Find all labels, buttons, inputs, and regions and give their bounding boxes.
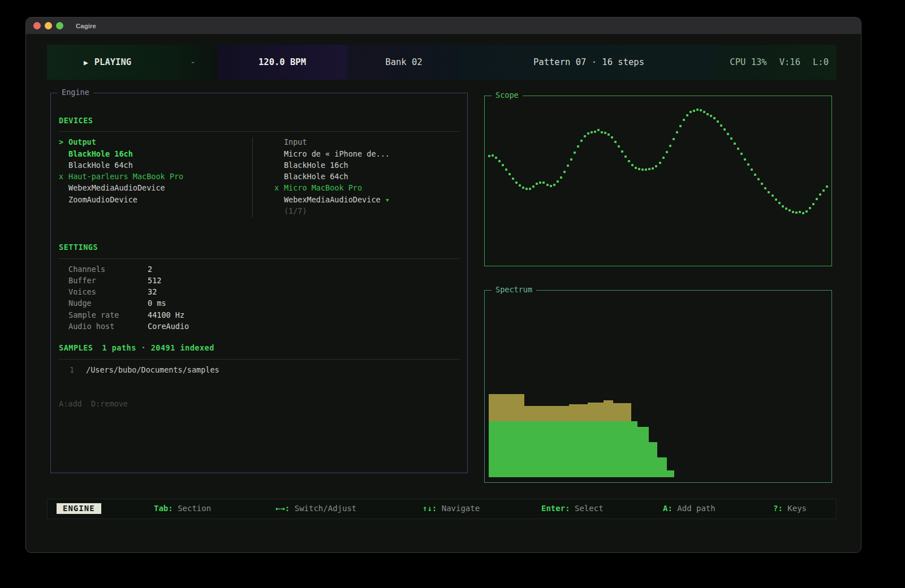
- spectrum-bars: [487, 297, 827, 477]
- transport-state-label: PLAYING: [94, 57, 131, 67]
- sample-path-value: /Users/bubo/Documents/samples: [86, 364, 219, 375]
- hint-select: Enter: Select: [541, 504, 604, 513]
- sample-path-row[interactable]: 1 /Users/bubo/Documents/samples: [59, 364, 459, 375]
- output-device-row[interactable]: BlackHole 64ch: [59, 159, 251, 171]
- active-device-marker: x: [59, 171, 68, 182]
- device-columns: >Output BlackHole 16ch BlackHole 64ch xH…: [59, 136, 459, 220]
- output-column-header[interactable]: >Output: [59, 136, 251, 148]
- input-column-header[interactable]: Input: [274, 136, 459, 148]
- output-device-row[interactable]: WebexMediaAudioDevice: [59, 182, 251, 193]
- pattern-display[interactable]: Pattern 07 · 16 steps: [461, 45, 717, 80]
- hint-switch-adjust: ←→: Switch/Adjust: [275, 504, 356, 513]
- play-icon: ▶: [84, 58, 88, 67]
- mode-badge: ENGINE: [57, 503, 101, 514]
- device-dropdown-icon: ▾: [385, 194, 390, 205]
- input-device-row[interactable]: BlackHole 16ch: [274, 159, 459, 171]
- engine-panel: Engine DEVICES >Output BlackHole 16ch Bl…: [50, 93, 468, 473]
- hint-navigate: ↑↓: Navigate: [423, 504, 480, 513]
- bpm-display[interactable]: 120.0 BPM: [218, 45, 347, 80]
- pattern-value: Pattern 07 · 16 steps: [533, 57, 644, 67]
- scope-panel-title: Scope: [492, 90, 523, 100]
- settings-list: Channels2 Buffer512 Voices32 Nudge0 ms S…: [59, 263, 459, 332]
- spectrum-panel: Spectrum: [484, 290, 832, 483]
- input-device-row[interactable]: xMicro MacBook Pro: [274, 182, 459, 193]
- column-divider: [252, 137, 253, 218]
- section-divider: [59, 131, 459, 132]
- section-divider: [59, 359, 459, 360]
- transport-status-bar: ▶ PLAYING - 120.0 BPM Bank 02 Pattern 07…: [47, 45, 837, 80]
- input-device-counter: (1/7): [274, 205, 459, 217]
- close-window-button[interactable]: [33, 22, 41, 29]
- setting-row-channels[interactable]: Channels2: [59, 263, 459, 275]
- bpm-value: 120.0 BPM: [258, 57, 306, 67]
- hint-keys: ?: Keys: [773, 504, 807, 513]
- output-device-row[interactable]: xHaut-parleurs MacBook Pro: [59, 171, 251, 182]
- input-device-row[interactable]: BlackHole 64ch: [274, 171, 459, 182]
- engine-stats: CPU 13% V:16 L:0: [717, 45, 837, 80]
- scope-panel: Scope: [484, 96, 832, 266]
- minimize-window-button[interactable]: [45, 22, 52, 29]
- cpu-stat: CPU 13%: [730, 57, 766, 67]
- output-device-row[interactable]: BlackHole 16ch: [59, 148, 251, 159]
- bank-value: Bank 02: [385, 57, 422, 67]
- input-device-row[interactable]: WebexMediaAudioDevice▾: [274, 194, 459, 205]
- spectrum-panel-title: Spectrum: [492, 285, 536, 294]
- window-title: Cagire: [76, 23, 96, 29]
- output-device-row[interactable]: ZoomAudioDevice: [59, 194, 251, 205]
- samples-keys-hint: A:add D:remove: [59, 398, 459, 409]
- samples-meta: 1 paths · 20491 indexed: [102, 343, 214, 352]
- sample-path-index: 1: [70, 364, 86, 375]
- setting-row-audio-host[interactable]: Audio hostCoreAudio: [59, 321, 459, 332]
- hint-section: Tab: Section: [154, 504, 211, 513]
- setting-row-voices[interactable]: Voices32: [59, 286, 459, 297]
- app-window: Cagire ▶ PLAYING - 120.0 BPM Bank 02 Pat…: [25, 17, 861, 553]
- setting-row-buffer[interactable]: Buffer512: [59, 275, 459, 286]
- bank-display[interactable]: Bank 02: [347, 45, 461, 80]
- hint-add-path: A: Add path: [663, 504, 716, 513]
- devices-heading: DEVICES: [59, 115, 459, 126]
- setting-row-nudge[interactable]: Nudge0 ms: [59, 297, 459, 309]
- setting-row-sample-rate[interactable]: Sample rate44100 Hz: [59, 309, 459, 321]
- samples-heading: SAMPLES1 paths · 20491 indexed: [59, 342, 459, 353]
- transport-status: ▶ PLAYING: [47, 45, 168, 80]
- footer-keybar: ENGINE Tab: Section ←→: Switch/Adjust ↑↓…: [47, 499, 837, 519]
- latency-stat: L:0: [813, 57, 829, 67]
- zoom-window-button[interactable]: [56, 22, 63, 29]
- cursor-icon: >: [59, 136, 68, 148]
- output-device-list: >Output BlackHole 16ch BlackHole 64ch xH…: [59, 136, 251, 220]
- beat-tick: -: [168, 45, 218, 80]
- voices-stat: V:16: [779, 57, 800, 67]
- input-device-list: Input Micro de « iPhone de... BlackHole …: [274, 136, 459, 220]
- scope-waveform: [488, 103, 828, 261]
- window-titlebar[interactable]: Cagire: [26, 18, 861, 34]
- section-divider: [59, 258, 459, 259]
- active-device-marker: x: [274, 182, 284, 193]
- input-device-row[interactable]: Micro de « iPhone de...: [274, 148, 459, 159]
- settings-heading: SETTINGS: [59, 241, 459, 253]
